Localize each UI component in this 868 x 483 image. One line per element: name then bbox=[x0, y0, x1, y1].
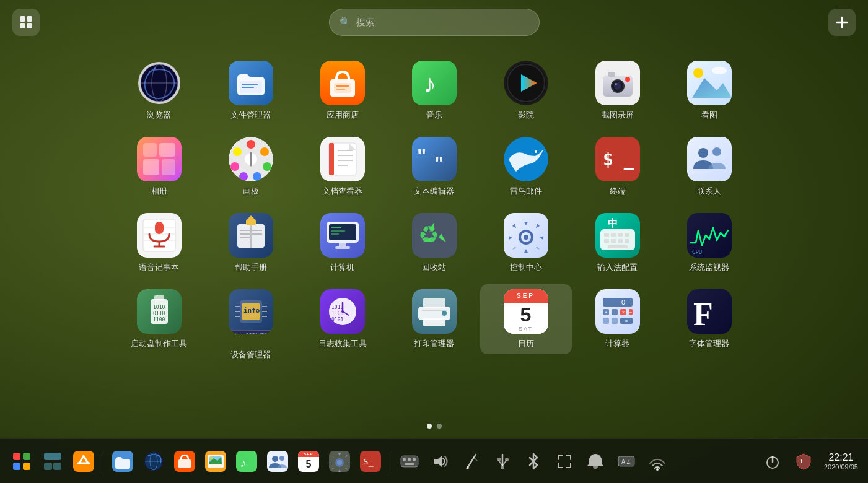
svg-text:♪: ♪ bbox=[423, 69, 436, 98]
app-calculator-label: 计算器 bbox=[605, 339, 629, 349]
svg-line-203 bbox=[467, 455, 476, 468]
app-file-manager[interactable]: 文件管理器 bbox=[205, 56, 297, 126]
app-store[interactable]: 应用商店 bbox=[297, 56, 388, 126]
svg-point-215 bbox=[656, 468, 659, 471]
add-button[interactable] bbox=[828, 9, 856, 36]
app-trash[interactable]: ♻ 回收站 bbox=[388, 208, 480, 278]
clock-display[interactable]: 22:21 2020/09/05 bbox=[824, 451, 858, 471]
svg-point-49 bbox=[239, 172, 248, 181]
app-log-tool[interactable]: 1010 1100 0101 日志收集工具 bbox=[297, 284, 388, 354]
svg-rect-115 bbox=[608, 245, 628, 248]
tb-browser-button[interactable] bbox=[139, 447, 168, 476]
tb-store2-button[interactable] bbox=[170, 447, 199, 476]
app-print-manager[interactable]: 打印管理器 bbox=[388, 284, 480, 354]
svg-rect-113 bbox=[618, 239, 623, 243]
tb-pen-button[interactable] bbox=[457, 447, 486, 476]
app-browser-label: 浏览器 bbox=[147, 110, 171, 121]
app-draw[interactable]: 画板 bbox=[205, 132, 297, 202]
app-image-viewer-label: 看图 bbox=[701, 110, 717, 121]
app-system-monitor[interactable]: CPU 系统监视器 bbox=[664, 208, 755, 278]
app-input-method[interactable]: 中 输入法配置 bbox=[572, 208, 664, 278]
app-voice-memo-label: 语音记事本 bbox=[139, 263, 179, 273]
app-browser[interactable]: 浏览器 bbox=[113, 56, 205, 126]
app-contacts[interactable]: 联系人 bbox=[664, 132, 755, 202]
app-boot-maker-label: 启动盘制作工具 bbox=[131, 339, 187, 349]
app-grid: 浏览器 bbox=[0, 50, 868, 433]
app-control-center[interactable]: 控制中心 bbox=[480, 208, 572, 278]
svg-point-46 bbox=[260, 147, 269, 156]
tb-kbd2-button[interactable]: A Z bbox=[612, 447, 641, 476]
app-voice-memo[interactable]: 语音记事本 bbox=[113, 208, 205, 278]
page-dot-1[interactable] bbox=[427, 424, 432, 429]
svg-point-142 bbox=[341, 310, 344, 313]
tb-security-button[interactable]: ! bbox=[789, 447, 818, 476]
svg-point-104 bbox=[524, 235, 528, 240]
app-cinema[interactable]: 影院 bbox=[480, 56, 572, 126]
app-draw-label: 画板 bbox=[243, 186, 259, 197]
tb-bluetooth-button[interactable] bbox=[519, 447, 548, 476]
tb-divider-2 bbox=[390, 451, 390, 471]
svg-rect-200 bbox=[413, 458, 416, 461]
app-computer[interactable]: 计算机 bbox=[297, 208, 388, 278]
tb-launcher-button[interactable] bbox=[7, 447, 36, 476]
tb-appstore-button[interactable] bbox=[69, 447, 98, 476]
svg-text:0110: 0110 bbox=[153, 311, 165, 316]
tb-expand-button[interactable] bbox=[550, 447, 579, 476]
svg-rect-181 bbox=[178, 459, 191, 468]
app-calendar[interactable]: SEP 5 SAT 日历 bbox=[480, 284, 572, 354]
app-thunderbird[interactable]: 雷鸟邮件 bbox=[480, 132, 572, 202]
svg-text:A: A bbox=[621, 458, 625, 465]
svg-point-37 bbox=[693, 68, 703, 78]
search-bar[interactable]: 🔍 搜索 bbox=[329, 9, 540, 36]
svg-rect-197 bbox=[401, 456, 418, 467]
svg-text:♪: ♪ bbox=[240, 456, 246, 469]
svg-rect-150 bbox=[603, 298, 633, 307]
svg-point-38 bbox=[712, 67, 727, 74]
app-screenshot-label: 截图录屏 bbox=[602, 110, 634, 121]
app-image-viewer[interactable]: 看图 bbox=[664, 56, 755, 126]
app-music[interactable]: ♪ 音乐 bbox=[388, 56, 480, 126]
tb-finder-button[interactable] bbox=[201, 447, 230, 476]
device-manager-badge: info 1021488 bbox=[229, 330, 273, 334]
app-doc-viewer[interactable]: 文档查看器 bbox=[297, 132, 388, 202]
tb-settings-button[interactable] bbox=[325, 447, 354, 476]
app-calculator[interactable]: 0 + - × ÷ = 计算器 bbox=[572, 284, 664, 354]
tb-power-button[interactable] bbox=[758, 447, 787, 476]
tb-usb-button[interactable] bbox=[488, 447, 517, 476]
calendar-month: SEP bbox=[504, 289, 548, 303]
tb-volume-button[interactable] bbox=[426, 447, 455, 476]
svg-point-211 bbox=[501, 466, 504, 469]
svg-point-50 bbox=[230, 162, 239, 171]
svg-marker-202 bbox=[434, 456, 442, 467]
svg-rect-198 bbox=[403, 458, 406, 461]
svg-rect-171 bbox=[44, 463, 52, 470]
app-terminal[interactable]: $ _ 终端 bbox=[572, 132, 664, 202]
app-boot-maker[interactable]: 1010 0110 1100 启动盘制作工具 bbox=[113, 284, 205, 354]
tb-music-button[interactable]: ♪ bbox=[232, 447, 261, 476]
page-dot-2[interactable] bbox=[437, 424, 442, 429]
tb-contacts-button[interactable] bbox=[263, 447, 292, 476]
app-album[interactable]: 相册 bbox=[113, 132, 205, 202]
app-font-manager[interactable]: F 字体管理器 bbox=[664, 284, 755, 354]
svg-rect-161 bbox=[612, 318, 618, 324]
tb-calendar-button[interactable]: SEP 5 bbox=[294, 447, 323, 476]
tb-network-button[interactable] bbox=[643, 447, 672, 476]
app-help[interactable]: 帮助手册 bbox=[205, 208, 297, 278]
svg-rect-17 bbox=[334, 83, 351, 93]
svg-text:info: info bbox=[243, 307, 260, 315]
app-device-manager[interactable]: info info 1021488 设备管理器 bbox=[205, 284, 297, 365]
tb-keyboard-button[interactable] bbox=[395, 447, 424, 476]
tb-files-button[interactable] bbox=[108, 447, 137, 476]
app-input-method-label: 输入法配置 bbox=[597, 263, 638, 273]
svg-point-71 bbox=[698, 148, 708, 158]
app-calendar-label: 日历 bbox=[518, 339, 534, 349]
tb-notify-button[interactable] bbox=[581, 447, 610, 476]
svg-rect-2 bbox=[20, 23, 25, 28]
launcher-button[interactable] bbox=[12, 9, 40, 36]
svg-point-51 bbox=[233, 147, 242, 156]
tb-multitask-button[interactable] bbox=[38, 447, 67, 476]
app-text-editor[interactable]: " " 文本编辑器 bbox=[388, 132, 480, 202]
tb-terminal-button[interactable]: $_ bbox=[356, 447, 385, 476]
svg-point-48 bbox=[253, 172, 261, 181]
app-screenshot[interactable]: 截图录屏 bbox=[572, 56, 664, 126]
